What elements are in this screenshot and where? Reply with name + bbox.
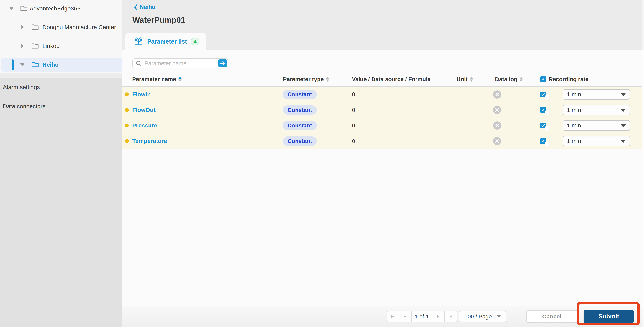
folder-icon [20,5,28,12]
check-icon [541,139,545,143]
cancel-button-label: Cancel [542,313,561,320]
arrow-right-icon [220,61,226,66]
recording-rate-dropdown[interactable]: 1 min [563,105,630,115]
sidebar-lower-menu: Alarm settings Data connectors [0,73,122,327]
status-dot-icon [125,108,129,112]
pagination: 1 of 1 [386,311,457,322]
column-header-data-log[interactable]: Data log [495,76,523,82]
prev-page-button[interactable] [398,311,412,322]
tree-item-neihu[interactable]: Neihu [0,58,122,71]
recording-rate-dropdown[interactable]: 1 min [563,89,630,100]
parameter-type-badge: Constant [283,136,317,146]
breadcrumb-label: Neihu [140,4,156,10]
parameter-count-badge: 4 [190,38,200,45]
cancel-button[interactable]: Cancel [526,310,577,323]
parameter-name-link[interactable]: Temperature [132,138,167,144]
parameter-type-badge: Constant [283,90,317,99]
parameter-type-badge: Constant [283,105,317,115]
caret-down-icon[interactable] [20,63,24,66]
caret-down-icon[interactable] [9,7,14,10]
last-page-icon [448,314,453,319]
sidebar: AdvantechEdge365 Donghu Manufacture Cent… [0,0,123,327]
sort-icon[interactable] [470,77,473,82]
status-dot-icon [125,124,129,127]
parameter-name-link[interactable]: FlowIn [132,91,151,98]
page-size-dropdown[interactable]: 100 / Page [459,311,506,322]
data-log-disabled-icon[interactable] [493,90,501,98]
data-log-disabled-icon[interactable] [493,121,501,130]
caret-down-icon [621,109,626,112]
x-icon [495,92,500,97]
chevron-left-icon [134,4,138,10]
column-header-unit[interactable]: Unit [456,76,473,82]
tree-item-advantechedge365[interactable]: AdvantechEdge365 [0,2,122,15]
column-header-recording-rate: Recording rate [540,76,588,82]
check-icon [541,108,545,112]
column-header-parameter-name[interactable]: Parameter name [132,76,182,82]
x-icon [495,123,500,128]
status-dot-icon [125,92,129,96]
recording-rate-dropdown[interactable]: 1 min [563,120,630,131]
status-dot-icon [125,139,129,143]
sidebar-item-alarm-settings[interactable]: Alarm settings [0,78,122,97]
sidebar-item-data-connectors[interactable]: Data connectors [0,97,122,116]
data-log-disabled-icon[interactable] [493,106,501,114]
data-log-disabled-icon[interactable] [493,137,501,145]
check-icon [541,92,545,97]
page-title: WaterPump01 [132,15,185,25]
sort-icon-ascending[interactable] [178,77,182,82]
table-row: Pressure Constant 0 1 min [122,118,642,134]
check-icon [541,77,545,81]
search-icon [136,60,142,66]
tree-item-donghu[interactable]: Donghu Manufacture Center [0,20,122,34]
caret-down-icon [497,315,501,318]
folder-icon-selected [32,61,39,68]
first-page-icon [390,314,395,319]
parameter-value: 0 [352,138,355,144]
parameter-value: 0 [352,122,355,129]
parameter-name-link[interactable]: Pressure [132,122,157,129]
tree-item-linkou[interactable]: Linkou [0,39,122,53]
parameter-type-badge: Constant [283,121,317,130]
submit-button[interactable]: Submit [584,310,634,323]
next-page-button[interactable] [432,311,444,322]
next-page-icon [436,314,440,319]
folder-icon [32,42,39,49]
sidebar-item-label: Data connectors [3,103,45,110]
tree-item-label: Linkou [42,43,60,49]
scrollbar-track[interactable] [642,0,644,327]
tab-parameter-list[interactable]: Parameter list 4 [126,33,206,50]
column-header-value: Value / Data source / Formula [352,76,431,82]
recording-rate-select-all-checkbox[interactable] [540,76,546,82]
sort-icon[interactable] [326,77,329,82]
table-row: Temperature Constant 0 1 min [122,133,642,149]
x-icon [495,108,500,112]
search-input[interactable] [144,60,218,67]
table-header: Parameter name Parameter type Value / Da… [122,72,642,87]
sort-icon[interactable] [520,77,523,82]
app-window: AdvantechEdge365 Donghu Manufacture Cent… [0,0,644,327]
recording-rate-dropdown[interactable]: 1 min [563,136,630,146]
last-page-button[interactable] [444,311,456,322]
x-icon [495,139,500,143]
caret-right-icon[interactable] [21,44,24,48]
search-submit-button[interactable] [218,59,227,67]
sidebar-divider [0,73,122,78]
page-size-value: 100 / Page [464,314,492,320]
caret-right-icon[interactable] [21,25,24,29]
tab-content-panel: Parameter name Parameter type Value / Da… [122,50,644,307]
caret-down-icon [621,124,626,127]
submit-button-label: Submit [598,313,619,320]
caret-down-icon [621,93,626,96]
main-panel: Neihu WaterPump01 Parameter list 4 [122,0,644,327]
tree-item-label: AdvantechEdge365 [30,5,80,12]
prev-page-icon [403,314,408,319]
table-row: FlowOut Constant 0 1 min [122,102,642,118]
sidebar-item-label: Alarm settings [3,84,40,90]
first-page-button[interactable] [387,311,398,322]
breadcrumb-back[interactable]: Neihu [134,4,156,10]
parameter-name-link[interactable]: FlowOut [132,107,156,113]
column-header-parameter-type[interactable]: Parameter type [283,76,329,82]
table-row: FlowIn Constant 0 1 min [122,87,642,103]
tab-label: Parameter list [147,38,187,45]
